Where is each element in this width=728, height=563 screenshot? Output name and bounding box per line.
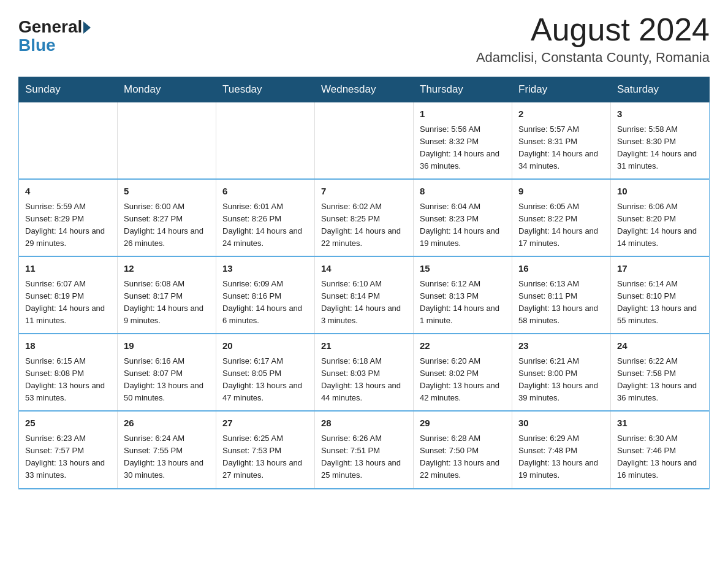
week-row-5: 25Sunrise: 6:23 AM Sunset: 7:57 PM Dayli… [19,411,710,488]
calendar-cell [315,102,414,180]
day-header-thursday: Thursday [414,77,512,102]
week-row-1: 1Sunrise: 5:56 AM Sunset: 8:32 PM Daylig… [19,102,710,180]
day-info: Sunrise: 6:08 AM Sunset: 8:17 PM Dayligh… [124,278,210,327]
subtitle: Adamclisi, Constanta County, Romania [476,50,710,66]
calendar-cell: 8Sunrise: 6:04 AM Sunset: 8:23 PM Daylig… [414,179,512,256]
calendar-cell: 25Sunrise: 6:23 AM Sunset: 7:57 PM Dayli… [19,411,118,488]
day-info: Sunrise: 6:04 AM Sunset: 8:23 PM Dayligh… [420,201,506,250]
day-info: Sunrise: 6:01 AM Sunset: 8:26 PM Dayligh… [222,201,308,250]
calendar-table: SundayMondayTuesdayWednesdayThursdayFrid… [18,77,710,489]
day-number: 16 [518,262,604,276]
day-number: 19 [124,339,210,353]
calendar-cell: 21Sunrise: 6:18 AM Sunset: 8:03 PM Dayli… [315,334,414,411]
day-number: 2 [518,107,604,121]
day-number: 29 [420,416,506,431]
calendar-cell: 28Sunrise: 6:26 AM Sunset: 7:51 PM Dayli… [315,411,414,488]
day-header-tuesday: Tuesday [216,77,315,102]
week-row-4: 18Sunrise: 6:15 AM Sunset: 8:08 PM Dayli… [19,334,710,411]
day-number: 3 [617,107,703,121]
day-info: Sunrise: 6:07 AM Sunset: 8:19 PM Dayligh… [25,278,111,327]
day-info: Sunrise: 6:02 AM Sunset: 8:25 PM Dayligh… [321,201,407,250]
day-info: Sunrise: 6:17 AM Sunset: 8:05 PM Dayligh… [222,355,308,405]
day-info: Sunrise: 6:18 AM Sunset: 8:03 PM Dayligh… [321,355,407,405]
page-title: August 2024 [476,12,710,47]
day-info: Sunrise: 6:09 AM Sunset: 8:16 PM Dayligh… [222,278,308,327]
calendar-cell: 7Sunrise: 6:02 AM Sunset: 8:25 PM Daylig… [315,179,414,256]
day-number: 11 [25,262,111,276]
day-info: Sunrise: 6:15 AM Sunset: 8:08 PM Dayligh… [25,355,111,405]
calendar-cell: 31Sunrise: 6:30 AM Sunset: 7:46 PM Dayli… [611,411,710,488]
day-number: 21 [321,339,407,353]
calendar-cell: 4Sunrise: 5:59 AM Sunset: 8:29 PM Daylig… [19,179,118,256]
logo: General Blue [18,18,91,55]
logo-triangle-icon [83,21,91,34]
day-info: Sunrise: 6:28 AM Sunset: 7:50 PM Dayligh… [420,432,506,482]
day-info: Sunrise: 6:00 AM Sunset: 8:27 PM Dayligh… [124,201,210,250]
day-info: Sunrise: 6:29 AM Sunset: 7:48 PM Dayligh… [518,432,604,482]
title-area: August 2024 Adamclisi, Constanta County,… [476,12,710,66]
calendar-cell: 19Sunrise: 6:16 AM Sunset: 8:07 PM Dayli… [118,334,216,411]
day-number: 27 [222,416,308,431]
day-info: Sunrise: 6:06 AM Sunset: 8:20 PM Dayligh… [617,201,703,250]
day-number: 1 [420,107,506,121]
day-number: 25 [25,416,111,431]
day-number: 20 [222,339,308,353]
day-number: 23 [518,339,604,353]
day-header-monday: Monday [118,77,216,102]
calendar-cell: 27Sunrise: 6:25 AM Sunset: 7:53 PM Dayli… [216,411,315,488]
day-info: Sunrise: 5:59 AM Sunset: 8:29 PM Dayligh… [25,201,111,250]
day-info: Sunrise: 6:10 AM Sunset: 8:14 PM Dayligh… [321,278,407,327]
day-number: 8 [420,185,506,199]
day-number: 22 [420,339,506,353]
day-number: 12 [124,262,210,276]
day-header-wednesday: Wednesday [315,77,414,102]
day-number: 24 [617,339,703,353]
calendar-cell: 2Sunrise: 5:57 AM Sunset: 8:31 PM Daylig… [512,102,611,180]
day-number: 18 [25,339,111,353]
day-info: Sunrise: 6:14 AM Sunset: 8:10 PM Dayligh… [617,278,703,327]
day-info: Sunrise: 6:21 AM Sunset: 8:00 PM Dayligh… [518,355,604,405]
day-number: 6 [222,185,308,199]
day-info: Sunrise: 6:12 AM Sunset: 8:13 PM Dayligh… [420,278,506,327]
calendar-cell: 12Sunrise: 6:08 AM Sunset: 8:17 PM Dayli… [118,256,216,334]
calendar-cell: 24Sunrise: 6:22 AM Sunset: 7:58 PM Dayli… [611,334,710,411]
day-info: Sunrise: 5:57 AM Sunset: 8:31 PM Dayligh… [518,123,604,173]
day-number: 9 [518,185,604,199]
week-row-2: 4Sunrise: 5:59 AM Sunset: 8:29 PM Daylig… [19,179,710,256]
calendar-cell: 9Sunrise: 6:05 AM Sunset: 8:22 PM Daylig… [512,179,611,256]
header-row: SundayMondayTuesdayWednesdayThursdayFrid… [19,77,710,102]
day-number: 17 [617,262,703,276]
day-header-sunday: Sunday [19,77,118,102]
day-header-friday: Friday [512,77,611,102]
day-number: 5 [124,185,210,199]
header: General Blue August 2024 Adamclisi, Cons… [18,12,710,66]
calendar-cell [216,102,315,180]
day-number: 26 [124,416,210,431]
day-number: 7 [321,185,407,199]
day-info: Sunrise: 6:05 AM Sunset: 8:22 PM Dayligh… [518,201,604,250]
calendar-cell: 20Sunrise: 6:17 AM Sunset: 8:05 PM Dayli… [216,334,315,411]
day-number: 14 [321,262,407,276]
day-number: 28 [321,416,407,431]
calendar-cell: 26Sunrise: 6:24 AM Sunset: 7:55 PM Dayli… [118,411,216,488]
calendar-cell: 22Sunrise: 6:20 AM Sunset: 8:02 PM Dayli… [414,334,512,411]
day-info: Sunrise: 6:26 AM Sunset: 7:51 PM Dayligh… [321,432,407,482]
calendar-cell: 5Sunrise: 6:00 AM Sunset: 8:27 PM Daylig… [118,179,216,256]
day-info: Sunrise: 6:25 AM Sunset: 7:53 PM Dayligh… [222,432,308,482]
calendar-cell: 11Sunrise: 6:07 AM Sunset: 8:19 PM Dayli… [19,256,118,334]
calendar-cell: 6Sunrise: 6:01 AM Sunset: 8:26 PM Daylig… [216,179,315,256]
calendar-cell: 29Sunrise: 6:28 AM Sunset: 7:50 PM Dayli… [414,411,512,488]
calendar-cell: 15Sunrise: 6:12 AM Sunset: 8:13 PM Dayli… [414,256,512,334]
calendar-cell: 3Sunrise: 5:58 AM Sunset: 8:30 PM Daylig… [611,102,710,180]
calendar-cell: 18Sunrise: 6:15 AM Sunset: 8:08 PM Dayli… [19,334,118,411]
day-info: Sunrise: 6:24 AM Sunset: 7:55 PM Dayligh… [124,432,210,482]
calendar-cell: 23Sunrise: 6:21 AM Sunset: 8:00 PM Dayli… [512,334,611,411]
day-number: 15 [420,262,506,276]
calendar-cell [118,102,216,180]
day-info: Sunrise: 6:23 AM Sunset: 7:57 PM Dayligh… [25,432,111,482]
calendar-cell [19,102,118,180]
day-info: Sunrise: 6:30 AM Sunset: 7:46 PM Dayligh… [617,432,703,482]
day-number: 13 [222,262,308,276]
day-number: 10 [617,185,703,199]
calendar-cell: 13Sunrise: 6:09 AM Sunset: 8:16 PM Dayli… [216,256,315,334]
